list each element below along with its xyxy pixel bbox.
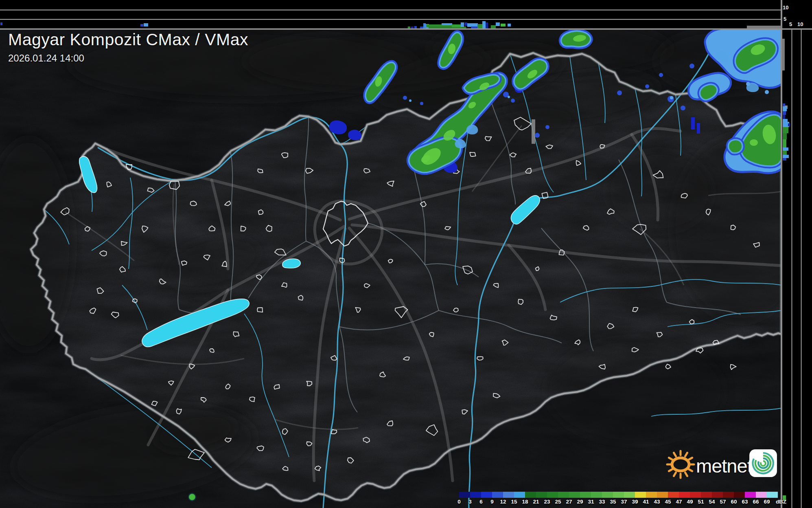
dbz-legend-cell: [503, 492, 514, 498]
dbz-tick-label: 43: [654, 499, 660, 505]
dbz-tick-label: 15: [511, 499, 517, 505]
strip-border-bar: [747, 26, 781, 29]
vmax-profile-cell: [783, 151, 787, 155]
dbz-legend-cell: [514, 492, 525, 498]
radar-speck-blue: [689, 64, 694, 68]
dbz-legend-cell: [591, 492, 602, 498]
vmax-profile-cell: [783, 119, 788, 122]
dbz-tick-label: 35: [610, 499, 616, 505]
vmax-profile-cell: [452, 24, 462, 27]
vmax-profile-cell: [783, 111, 786, 115]
dbz-legend-cell: [690, 492, 701, 498]
radar-map-canvas: [0, 0, 812, 508]
vmax-profile-cell: [783, 147, 788, 151]
strip-border-bar: [782, 39, 785, 70]
vmax-profile-cell: [783, 155, 789, 158]
road-segment: [532, 119, 535, 144]
horizontal-divider: [0, 29, 812, 30]
dbz-tick-label: 3: [468, 499, 472, 505]
vmax-profile-cell: [464, 22, 467, 26]
vmax-profile-cell: [501, 24, 506, 26]
dbz-legend-cell: [459, 492, 470, 498]
dbz-legend-cell: [723, 492, 734, 498]
dbz-legend-cell: [602, 492, 613, 498]
dbz-legend-cell: [547, 492, 558, 498]
dbz-tick-label: 47: [676, 499, 682, 505]
vmax-profile-cell: [461, 22, 464, 27]
dbz-legend-cell: [613, 492, 624, 498]
vmax-profile-cell: [783, 158, 786, 161]
dbz-tick-label: 12: [500, 499, 506, 505]
vmax-profile-cell: [482, 21, 486, 29]
metnet-logo: metnet: [666, 447, 784, 482]
radar-speck-blue: [403, 96, 407, 100]
radar-speck-lightblue: [508, 96, 510, 98]
map-layer: [0, 20, 810, 508]
vmax-profile-cell: [140, 24, 143, 26]
radar-app-window: Magyar Kompozit CMax / VMax 2026.01.24 1…: [0, 0, 812, 508]
dbz-tick-label: 54: [709, 499, 715, 505]
dbz-tick-label: 0: [457, 499, 461, 505]
radar-speck-blue: [535, 133, 540, 138]
vmax-profile-cell: [783, 139, 786, 147]
right-profile-tick-5: 5: [789, 21, 792, 27]
dbz-tick-label: 45: [665, 499, 671, 505]
radar-speck-blue: [511, 99, 515, 103]
dbz-tick-label: 33: [599, 499, 605, 505]
vmax-profile-cell: [423, 23, 426, 29]
dbz-tick-label: 23: [544, 499, 550, 505]
dbz-tick-label: 51: [698, 499, 704, 505]
sun-icon: [664, 447, 697, 480]
vmax-profile-cell: [408, 26, 410, 29]
dbz-legend-cell: [536, 492, 547, 498]
radar-speck-lightblue: [409, 99, 411, 102]
vmax-profile-cell: [477, 24, 483, 29]
dbz-legend-cell: [745, 492, 756, 498]
vertical-divider: [781, 0, 782, 508]
dbz-tick-label: 63: [742, 499, 748, 505]
dbz-tick-label: 25: [555, 499, 561, 505]
dbz-tick-label: 29: [577, 499, 583, 505]
vmax-profile-cell: [0, 22, 2, 25]
metnet-wordmark: metnet: [696, 455, 752, 477]
vmax-profile-cell: [486, 22, 488, 29]
dbz-tick-label: 39: [632, 499, 638, 505]
vmax-profile-cell: [414, 26, 417, 29]
dbz-tick-label: dBZ: [776, 499, 786, 505]
dbz-tick-label: 37: [621, 499, 627, 505]
dbz-legend-cell: [624, 492, 635, 498]
vmax-profile-cell: [420, 26, 424, 29]
dbz-tick-label: 69: [764, 499, 770, 505]
dbz-tick-label: 6: [479, 499, 483, 505]
vmax-profile-cell: [788, 123, 790, 126]
top-profile-tick-5: 5: [784, 16, 786, 22]
radar-speck-blue: [545, 125, 549, 129]
radar-speck-blue: [420, 102, 423, 105]
dbz-tick-label: 31: [588, 499, 594, 505]
dbz-legend-cell: [470, 492, 481, 498]
radar-speck-blue: [617, 90, 622, 95]
dbz-legend-cell: [657, 492, 668, 498]
vmax-profile-cell: [442, 23, 452, 25]
dbz-tick-label: 66: [753, 499, 759, 505]
radar-echo-core: [750, 139, 758, 146]
dbz-tick-label: 49: [687, 499, 693, 505]
vmax-profile-cell: [144, 23, 148, 26]
page-title: Magyar Kompozit CMax / VMax: [8, 30, 248, 49]
vmax-profile-cell: [411, 26, 414, 29]
vmax-profile-cell: [783, 133, 787, 139]
dbz-color-legend: 0369121518212325272931333537394143454749…: [459, 492, 790, 508]
dbz-tick-label: 21: [533, 499, 539, 505]
radar-speck-lightblue: [765, 90, 769, 94]
dbz-legend-cell: [756, 492, 767, 498]
radar-speck-lightblue: [746, 82, 750, 86]
mountain-shading: [606, 151, 712, 232]
radar-speck-blue: [645, 84, 649, 88]
dbz-legend-cell: [701, 492, 712, 498]
dbz-legend-cell: [635, 492, 646, 498]
dbz-legend-cell: [679, 492, 690, 498]
vmax-profile-cell: [783, 106, 787, 111]
radar-speck-blue: [681, 106, 685, 110]
vmax-profile-cell: [508, 24, 511, 26]
top-profile-tick-10: 10: [783, 4, 788, 11]
